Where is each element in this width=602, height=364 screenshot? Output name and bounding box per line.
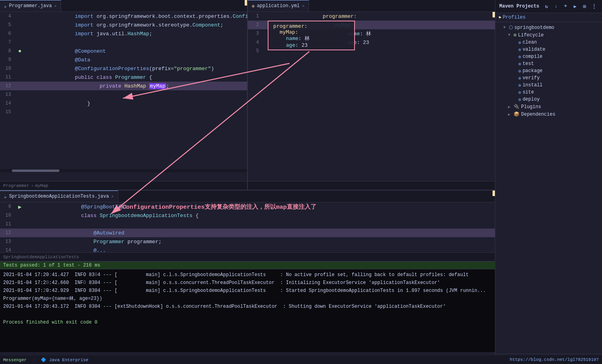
breadcrumb-bottom: SpringbootdemApplicationTests	[0, 252, 495, 261]
maven-btn-refresh[interactable]: ↻	[543, 2, 550, 10]
site-icon: ⚙	[518, 90, 521, 95]
tests-passed-bar: Tests passed: 1 of 1 test - 216 ms	[0, 262, 495, 269]
annotation-box: programmer: myMap: name: 林 age: 23	[268, 21, 355, 50]
main-container: ☕ Programmer.java ✕ 4 import org.spring	[0, 0, 602, 364]
deps-icon: 📦	[514, 111, 520, 117]
tree-label-compile: compile	[523, 54, 599, 59]
bottom-tab-close[interactable]: ✕	[111, 194, 114, 199]
status-bar-left: Messenger | 🔷 Java Enterprise	[3, 357, 88, 362]
tree-item-test[interactable]: ⚙ test	[495, 60, 602, 67]
maven-title: Maven Projects	[499, 4, 539, 9]
right-tab-label: application.yml	[257, 3, 300, 9]
package-icon: ⚙	[518, 69, 521, 74]
h-scrollbar-left[interactable]	[0, 169, 247, 172]
maven-toolbar: ↻ ↓ + ▶ ⊞ ⋮	[543, 2, 598, 10]
bottom-tab-bar: ☕ SpringbootdemoApplicationTests.java ✕	[0, 191, 495, 202]
tree-label-install: install	[523, 82, 599, 88]
right-code-area: programmer: myMap: name: 林 age: 23 1 pro…	[248, 12, 495, 181]
tree-label-verify: verify	[523, 75, 599, 81]
bottom-line-14: 14 @...	[0, 246, 495, 252]
maven-btn-settings[interactable]: ⊞	[581, 2, 589, 10]
code-line-6: 6 import java.util.HashMap;	[0, 29, 247, 38]
tree-item-dependencies[interactable]: ▶ 📦 Dependencies	[495, 111, 602, 118]
verify-icon: ⚙	[518, 76, 521, 81]
annotation-text-overlay: @ConfigurationProperties支持复杂类型的注入，所以map直…	[119, 203, 316, 211]
maven-btn-more[interactable]: ⋮	[590, 2, 598, 10]
tests-passed-text: Tests passed: 1 of 1 test - 216 ms	[3, 263, 100, 268]
tree-label-site: site	[523, 90, 599, 95]
tree-label-package: package	[523, 68, 599, 74]
java-enterprise-label: 🔷 Java Enterprise	[41, 358, 88, 362]
left-tab-bar: ☕ Programmer.java ✕	[0, 0, 247, 12]
breadcrumb-right	[248, 181, 495, 190]
install-icon: ⚙	[518, 83, 521, 88]
status-bar-right: https://blog.csdn.net/lgl782519197	[510, 357, 599, 362]
java-icon-left: ☕	[4, 4, 7, 9]
yellow-marker-right	[493, 12, 495, 17]
tree-label-clean: clean	[523, 40, 599, 45]
bottom-tab-tests[interactable]: ☕ SpringbootdemoApplicationTests.java ✕	[0, 191, 118, 202]
console-line-5	[3, 311, 492, 318]
tree-label-test: test	[523, 61, 599, 67]
left-tab-close[interactable]: ✕	[54, 4, 57, 8]
tree-item-lifecycle[interactable]: ▼ ⚙ Lifecycle	[495, 31, 602, 39]
console-content: 2021-01-04 17:20:41.427 INFO 8304 --- [ …	[0, 269, 495, 352]
lifecycle-icon: ⚙	[514, 32, 516, 38]
console-process-finished: Process finished with exit code 0	[3, 318, 492, 326]
messenger-label: Messenger	[3, 358, 27, 362]
left-code-area: 4 import org.springframework.boot.contex…	[0, 12, 247, 181]
console-panel: Tests passed: 1 of 1 test - 216 ms 2021-…	[0, 261, 495, 352]
code-line-14: 14 }	[0, 99, 247, 108]
breadcrumb-left: Programmer › myMap	[0, 181, 247, 190]
blog-url[interactable]: https://blog.csdn.net/lgl782519197	[510, 357, 599, 362]
code-line-12: 12 private HashMap myMap;	[0, 82, 247, 90]
annotation-line1: programmer:	[273, 23, 349, 29]
maven-btn-add[interactable]: +	[562, 2, 569, 10]
console-line-3: Programmer(myMap={name=林, age=23})	[3, 295, 492, 303]
tree-item-package[interactable]: ⚙ package	[495, 67, 602, 74]
yml-icon-right: ⚙	[252, 4, 255, 9]
profiles-icon: ⚑	[498, 15, 501, 20]
console-line-4: 2021-01-04 17:20:43.172 INFO 8304 --- [e…	[3, 303, 492, 311]
tree-item-install[interactable]: ⚙ install	[495, 82, 602, 89]
right-tab-yml[interactable]: ⚙ application.yml ✕	[248, 0, 309, 11]
tree-item-compile[interactable]: ⚙ compile	[495, 53, 602, 60]
tree-item-validate[interactable]: ⚙ validate	[495, 46, 602, 53]
deploy-icon: ⚙	[518, 97, 521, 102]
tree-label-plugins: Plugins	[521, 104, 599, 110]
plugins-icon: 🔌	[514, 104, 520, 110]
maven-btn-download[interactable]: ↓	[552, 2, 560, 10]
yellow-marker-left	[245, 0, 247, 6]
left-tab-label: Programmer.java	[9, 3, 52, 9]
yellow-marker-bottom	[493, 191, 495, 196]
h-scrollbar-thumb	[12, 170, 59, 172]
tree-item-deploy[interactable]: ⚙ deploy	[495, 96, 602, 103]
bottom-tab-label: SpringbootdemoApplicationTests.java	[9, 194, 109, 199]
tree-item-verify[interactable]: ⚙ verify	[495, 74, 602, 82]
editor-top-half: ☕ Programmer.java ✕ 4 import org.spring	[0, 0, 495, 261]
profiles-label[interactable]: Profiles	[503, 15, 526, 20]
maven-btn-run[interactable]: ▶	[571, 2, 579, 10]
status-bar: Messenger | 🔷 Java Enterprise https://bl…	[0, 355, 602, 364]
maven-header: Maven Projects ↻ ↓ + ▶ ⊞ ⋮	[495, 0, 602, 13]
right-tab-close[interactable]: ✕	[302, 4, 305, 8]
tree-item-plugins[interactable]: ▶ 🔌 Plugins	[495, 103, 602, 111]
editor-area: ☕ Programmer.java ✕ 4 import org.spring	[0, 0, 495, 364]
test-icon: ⚙	[518, 61, 521, 67]
tree-item-site[interactable]: ⚙ site	[495, 89, 602, 96]
tree-item-springbootdemo[interactable]: ▼ ⬡ springbootdemo	[495, 24, 602, 31]
maven-tree: ▼ ⬡ springbootdemo ▼ ⚙ Lifecycle ⚙ clean…	[495, 22, 602, 354]
tree-label-springbootdemo: springbootdemo	[514, 25, 599, 30]
compile-icon: ⚙	[518, 54, 521, 59]
tree-item-clean[interactable]: ⚙ clean	[495, 39, 602, 46]
code-line-15: 15	[0, 108, 247, 116]
left-tab-programmer[interactable]: ☕ Programmer.java ✕	[0, 0, 61, 11]
annotation-line4: age: 23	[286, 42, 349, 48]
bottom-line-10: 10 class SpringbootdemoApplicationTests …	[0, 211, 495, 220]
console-line-0: 2021-01-04 17:20:41.427 INFO 8304 --- [ …	[3, 271, 492, 279]
profiles-row: ⚑ Profiles	[495, 13, 602, 22]
console-line-1: 2021-01-04 17:20:42.660 INFO 8304 --- [ …	[3, 279, 492, 287]
annotation-line2: myMap:	[280, 29, 349, 35]
java-icon-bottom: ☕	[4, 194, 7, 199]
tree-label-deploy: deploy	[523, 97, 599, 102]
